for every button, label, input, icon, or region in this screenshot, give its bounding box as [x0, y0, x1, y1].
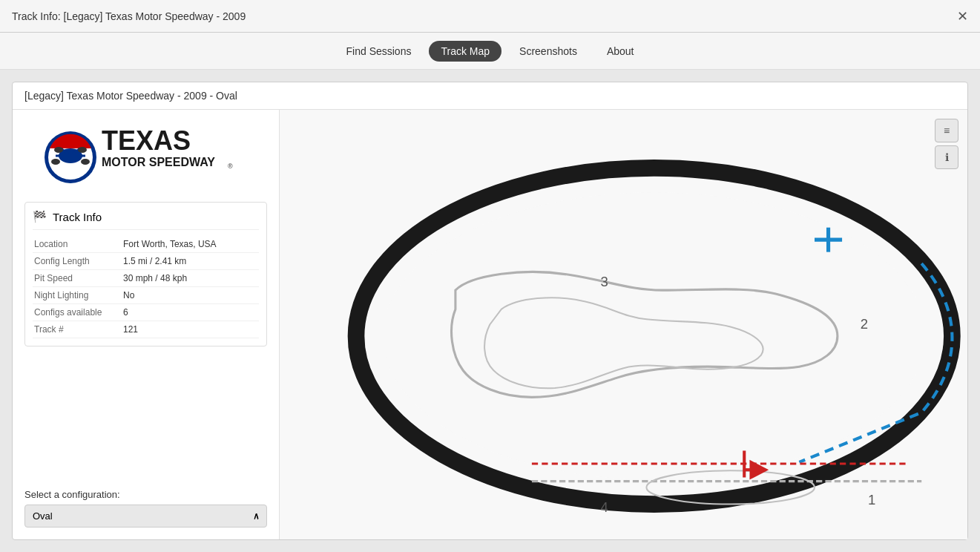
field-value: Fort Worth, Texas, USA: [122, 236, 259, 253]
svg-text:TEXAS: TEXAS: [102, 128, 191, 156]
field-value: 6: [122, 304, 259, 321]
track-map-svg: 3 2 4 1: [280, 110, 967, 539]
nav-track-map[interactable]: Track Map: [429, 41, 501, 62]
nav-screenshots[interactable]: Screenshots: [507, 41, 589, 62]
table-row: Track # 121: [33, 321, 259, 338]
svg-point-15: [383, 192, 925, 479]
panel-title: [Legacy] Texas Motor Speedway - 2009 - O…: [24, 90, 237, 102]
track-info-title: 🏁 Track Info: [33, 210, 259, 230]
flag-icon: 🏁: [33, 210, 47, 223]
window-title: Track Info: [Legacy] Texas Motor Speedwa…: [12, 10, 246, 22]
turn-1-label: 1: [868, 492, 875, 507]
field-value: 1.5 mi / 2.41 km: [122, 253, 259, 270]
nav-find-sessions[interactable]: Find Sessions: [335, 41, 424, 62]
turn-2-label: 2: [861, 316, 868, 332]
svg-point-7: [54, 147, 63, 153]
nav-bar: Find Sessions Track Map Screenshots Abou…: [0, 33, 980, 70]
map-controls: ≡ ℹ: [935, 119, 958, 169]
table-row: Night Lighting No: [33, 287, 259, 304]
menu-button[interactable]: ≡: [935, 119, 958, 142]
svg-text:®: ®: [228, 162, 233, 170]
track-logo: TEXAS MOTOR SPEEDWAY ®: [42, 128, 250, 187]
field-value: 30 mph / 48 kph: [122, 270, 259, 287]
panel-header: [Legacy] Texas Motor Speedway - 2009 - O…: [13, 82, 967, 110]
config-label: Select a configuration:: [24, 489, 267, 500]
logo-area: TEXAS MOTOR SPEEDWAY ®: [24, 122, 267, 193]
field-key: Track #: [33, 321, 122, 338]
nav-about[interactable]: About: [595, 41, 646, 62]
field-value: No: [122, 287, 259, 304]
table-row: Config Length 1.5 mi / 2.41 km: [33, 253, 259, 270]
field-key: Location: [33, 236, 122, 253]
field-value: 121: [122, 321, 259, 338]
left-sidebar: TEXAS MOTOR SPEEDWAY ® 🏁 Track Info Loca…: [13, 110, 280, 539]
title-bar: Track Info: [Legacy] Texas Motor Speedwa…: [0, 0, 980, 33]
info-table: Location Fort Worth, Texas, USA Config L…: [33, 236, 259, 338]
field-key: Night Lighting: [33, 287, 122, 304]
turn-4-label: 4: [601, 499, 608, 515]
config-section: Select a configuration: Oval ∨: [24, 489, 267, 528]
config-dropdown[interactable]: Oval: [24, 505, 267, 528]
svg-point-10: [81, 159, 90, 165]
table-row: Configs available 6: [33, 304, 259, 321]
field-key: Configs available: [33, 304, 122, 321]
field-key: Config Length: [33, 253, 122, 270]
content-area: [Legacy] Texas Motor Speedway - 2009 - O…: [0, 70, 980, 552]
main-panel: [Legacy] Texas Motor Speedway - 2009 - O…: [12, 82, 968, 540]
field-key: Pit Speed: [33, 270, 122, 287]
panel-body: TEXAS MOTOR SPEEDWAY ® 🏁 Track Info Loca…: [13, 110, 967, 539]
turn-3-label: 3: [601, 274, 608, 289]
svg-point-9: [51, 159, 60, 165]
svg-text:MOTOR SPEEDWAY: MOTOR SPEEDWAY: [102, 156, 215, 168]
track-info-box: 🏁 Track Info Location Fort Worth, Texas,…: [24, 202, 267, 346]
table-row: Location Fort Worth, Texas, USA: [33, 236, 259, 253]
close-button[interactable]: ✕: [957, 10, 968, 23]
info-button[interactable]: ℹ: [935, 145, 958, 169]
config-select-wrapper[interactable]: Oval ∨: [24, 505, 267, 528]
table-row: Pit Speed 30 mph / 48 kph: [33, 270, 259, 287]
svg-point-8: [78, 147, 87, 153]
map-area: ≡ ℹ: [280, 110, 967, 539]
